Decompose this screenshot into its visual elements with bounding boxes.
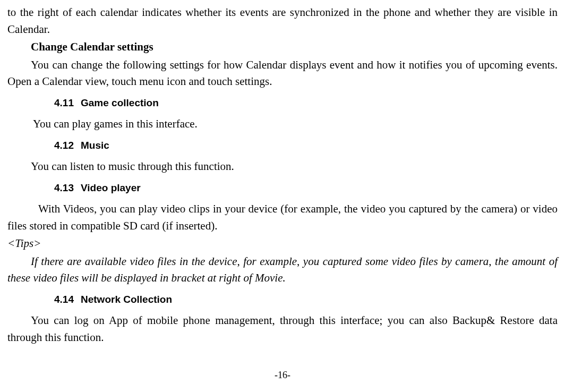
section-title: Video player — [81, 182, 141, 193]
section-number: 4.12 — [54, 138, 81, 154]
section-heading-414: 4.14Network Collection — [7, 292, 558, 308]
page-number: -16- — [0, 368, 565, 382]
section-heading-411: 4.11Game collection — [7, 96, 558, 111]
paragraph-continuation: to the right of each calendar indicates … — [7, 4, 558, 38]
paragraph-413: With Videos, you can play video clips in… — [7, 201, 558, 234]
paragraph-411: You can play games in this interface. — [7, 116, 558, 133]
section-title: Network Collection — [81, 294, 172, 305]
section-heading-413: 4.13Video player — [7, 181, 558, 196]
document-body: to the right of each calendar indicates … — [7, 4, 558, 346]
section-number: 4.13 — [54, 181, 81, 196]
paragraph-414: You can log on App of mobile phone manag… — [7, 312, 558, 346]
section-number: 4.11 — [54, 96, 81, 111]
section-number: 4.14 — [54, 292, 81, 308]
heading-change-calendar-settings: Change Calendar settings — [7, 39, 558, 56]
paragraph-412: You can listen to music through this fun… — [7, 158, 558, 175]
paragraph-change-settings: You can change the following settings fo… — [7, 57, 558, 90]
tips-label: <Tips> — [7, 235, 558, 252]
section-title: Game collection — [81, 97, 159, 108]
section-heading-412: 4.12Music — [7, 138, 558, 154]
tips-body: If there are available video files in th… — [7, 253, 558, 287]
section-title: Music — [81, 140, 109, 151]
